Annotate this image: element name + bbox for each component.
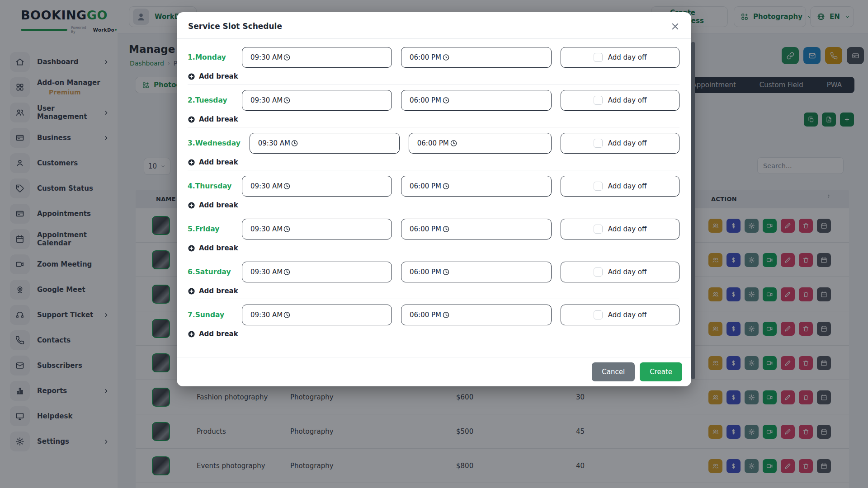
cancel-button[interactable]: Cancel — [592, 362, 635, 381]
modal-footer: Cancel Create — [177, 357, 691, 386]
day-schedule-group: 5.Friday 09:30 AM 06:00 PM Add day off — [188, 213, 679, 256]
day-label: 2.Tuesday — [188, 96, 233, 104]
plus-circle-icon — [188, 116, 195, 123]
plus-circle-icon — [188, 73, 195, 80]
day-schedule-group: 6.Saturday 09:30 AM 06:00 PM Add day off — [188, 256, 679, 299]
add-break-link[interactable]: Add break — [188, 72, 679, 80]
clock-icon — [442, 54, 450, 61]
add-day-off-box[interactable]: Add day off — [561, 90, 679, 111]
start-time-input[interactable]: 09:30 AM — [242, 305, 392, 325]
clock-icon — [291, 140, 298, 147]
clock-icon — [283, 311, 291, 319]
add-day-off-box[interactable]: Add day off — [561, 219, 679, 239]
day-off-checkbox[interactable] — [594, 182, 603, 191]
add-break-link[interactable]: Add break — [188, 287, 679, 295]
day-off-checkbox[interactable] — [594, 96, 603, 105]
day-schedule-group: 1.Monday 09:30 AM 06:00 PM Add day off — [188, 42, 679, 84]
add-break-link[interactable]: Add break — [188, 201, 679, 209]
modal-header: Service Slot Schedule — [177, 12, 691, 39]
add-day-off-box[interactable]: Add day off — [561, 305, 679, 325]
start-time-input[interactable]: 09:30 AM — [242, 47, 392, 68]
clock-icon — [283, 225, 291, 233]
clock-icon — [442, 183, 450, 190]
service-slot-schedule-modal: Service Slot Schedule 1.Monday 09:30 AM … — [177, 12, 691, 386]
clock-icon — [283, 97, 291, 104]
add-break-link[interactable]: Add break — [188, 330, 679, 338]
day-off-checkbox[interactable] — [594, 139, 603, 148]
plus-circle-icon — [188, 202, 195, 209]
end-time-input[interactable]: 06:00 PM — [401, 262, 552, 282]
plus-circle-icon — [188, 244, 195, 252]
end-time-input[interactable]: 06:00 PM — [401, 47, 552, 68]
add-day-off-box[interactable]: Add day off — [561, 133, 679, 154]
close-icon[interactable] — [670, 21, 680, 32]
end-time-input[interactable]: 06:00 PM — [409, 133, 552, 154]
day-schedule-group: 4.Thursday 09:30 AM 06:00 PM Add day off — [188, 170, 679, 213]
add-break-link[interactable]: Add break — [188, 244, 679, 252]
clock-icon — [442, 97, 450, 104]
add-day-off-box[interactable]: Add day off — [561, 176, 679, 197]
create-button[interactable]: Create — [640, 362, 682, 381]
day-label: 4.Thursday — [188, 182, 233, 190]
day-label: 6.Saturday — [188, 268, 233, 276]
add-break-link[interactable]: Add break — [188, 158, 679, 166]
clock-icon — [450, 140, 458, 147]
modal-body: 1.Monday 09:30 AM 06:00 PM Add day off — [177, 39, 691, 357]
modal-title: Service Slot Schedule — [188, 22, 679, 31]
start-time-input[interactable]: 09:30 AM — [242, 219, 392, 239]
day-schedule-group: 2.Tuesday 09:30 AM 06:00 PM Add day off — [188, 84, 679, 127]
plus-circle-icon — [188, 159, 195, 166]
modal-scrollbar[interactable] — [691, 42, 695, 379]
day-off-checkbox[interactable] — [594, 225, 603, 234]
day-off-checkbox[interactable] — [594, 53, 603, 62]
add-break-link[interactable]: Add break — [188, 115, 679, 123]
day-off-checkbox[interactable] — [594, 267, 603, 277]
clock-icon — [442, 268, 450, 276]
add-day-off-box[interactable]: Add day off — [561, 262, 679, 282]
close-icon — [670, 21, 680, 32]
end-time-input[interactable]: 06:00 PM — [401, 305, 552, 325]
day-label: 3.Wednesday — [188, 139, 241, 147]
day-off-checkbox[interactable] — [594, 310, 603, 319]
plus-circle-icon — [188, 330, 195, 338]
day-label: 1.Monday — [188, 53, 233, 61]
start-time-input[interactable]: 09:30 AM — [242, 176, 392, 197]
clock-icon — [442, 311, 450, 319]
end-time-input[interactable]: 06:00 PM — [401, 90, 552, 111]
clock-icon — [283, 268, 291, 276]
day-label: 5.Friday — [188, 225, 233, 233]
day-label: 7.Sunday — [188, 311, 233, 319]
plus-circle-icon — [188, 287, 195, 295]
clock-icon — [442, 225, 450, 233]
end-time-input[interactable]: 06:00 PM — [401, 219, 552, 239]
start-time-input[interactable]: 09:30 AM — [250, 133, 400, 154]
start-time-input[interactable]: 09:30 AM — [242, 262, 392, 282]
start-time-input[interactable]: 09:30 AM — [242, 90, 392, 111]
day-schedule-group: 3.Wednesday 09:30 AM 06:00 PM Add day of… — [188, 127, 679, 170]
add-day-off-box[interactable]: Add day off — [561, 47, 679, 68]
end-time-input[interactable]: 06:00 PM — [401, 176, 552, 197]
day-schedule-group: 7.Sunday 09:30 AM 06:00 PM Add day off — [188, 299, 679, 342]
clock-icon — [283, 54, 291, 61]
clock-icon — [283, 183, 291, 190]
